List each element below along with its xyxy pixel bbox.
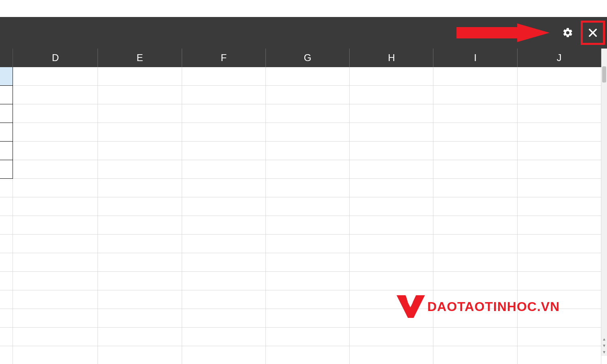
cell[interactable]	[13, 86, 98, 104]
cell[interactable]	[182, 123, 266, 142]
cell[interactable]	[13, 253, 98, 272]
settings-button[interactable]	[558, 23, 578, 43]
row-stub[interactable]	[0, 290, 13, 309]
cell[interactable]	[433, 346, 517, 364]
cell[interactable]	[266, 104, 350, 123]
scrollbar-thumb[interactable]	[602, 66, 606, 83]
vertical-scrollbar[interactable]: ▲ ▼ ▼	[601, 49, 607, 356]
cell[interactable]	[433, 142, 517, 160]
row-stub[interactable]	[0, 67, 13, 86]
cell[interactable]	[13, 235, 98, 253]
cell[interactable]	[98, 216, 182, 235]
cell[interactable]	[98, 160, 182, 179]
cell[interactable]	[98, 86, 182, 104]
cell[interactable]	[13, 272, 98, 290]
spreadsheet-grid[interactable]	[0, 67, 601, 364]
cell[interactable]	[266, 123, 350, 142]
cell[interactable]	[13, 290, 98, 309]
cell[interactable]	[433, 197, 517, 216]
cell[interactable]	[182, 290, 266, 309]
cell[interactable]	[518, 272, 601, 290]
cell[interactable]	[266, 67, 350, 86]
cell[interactable]	[182, 160, 266, 179]
cell[interactable]	[182, 197, 266, 216]
column-header[interactable]: F	[182, 49, 266, 67]
cell[interactable]	[98, 197, 182, 216]
cell[interactable]	[350, 216, 433, 235]
cell[interactable]	[182, 104, 266, 123]
row-stub[interactable]	[0, 179, 13, 197]
cell[interactable]	[350, 253, 433, 272]
row-stub[interactable]	[0, 253, 13, 272]
column-header[interactable]: J	[518, 49, 601, 67]
cell[interactable]	[98, 104, 182, 123]
column-header[interactable]: G	[266, 49, 350, 67]
cell[interactable]	[182, 86, 266, 104]
cell[interactable]	[350, 142, 433, 160]
cell[interactable]	[182, 142, 266, 160]
cell[interactable]	[13, 309, 98, 328]
row-stub[interactable]	[0, 123, 13, 142]
cell[interactable]	[266, 160, 350, 179]
column-header[interactable]: E	[98, 49, 182, 67]
cell[interactable]	[518, 235, 601, 253]
close-button[interactable]	[583, 23, 603, 43]
cell[interactable]	[266, 346, 350, 364]
cell[interactable]	[266, 86, 350, 104]
column-header[interactable]: H	[350, 49, 433, 67]
cell[interactable]	[98, 272, 182, 290]
cell[interactable]	[518, 86, 601, 104]
cell[interactable]	[182, 272, 266, 290]
row-stub[interactable]	[0, 160, 13, 179]
cell[interactable]	[98, 309, 182, 328]
cell[interactable]	[98, 67, 182, 86]
cell[interactable]	[266, 309, 350, 328]
cell[interactable]	[350, 346, 433, 364]
row-stub[interactable]	[0, 328, 13, 346]
row-stub[interactable]	[0, 104, 13, 123]
row-stub[interactable]	[0, 309, 13, 328]
cell[interactable]	[98, 253, 182, 272]
cell[interactable]	[182, 179, 266, 197]
row-stub[interactable]	[0, 216, 13, 235]
cell[interactable]	[266, 235, 350, 253]
cell[interactable]	[433, 67, 517, 86]
cell[interactable]	[98, 328, 182, 346]
cell[interactable]	[13, 142, 98, 160]
cell[interactable]	[518, 67, 601, 86]
cell[interactable]	[350, 235, 433, 253]
column-header[interactable]: I	[433, 49, 517, 67]
cell[interactable]	[182, 309, 266, 328]
row-stub[interactable]	[0, 86, 13, 104]
cell[interactable]	[13, 104, 98, 123]
cell[interactable]	[518, 346, 601, 364]
cell[interactable]	[518, 123, 601, 142]
cell[interactable]	[518, 328, 601, 346]
cell[interactable]	[433, 160, 517, 179]
cell[interactable]	[266, 290, 350, 309]
cell[interactable]	[433, 272, 517, 290]
cell[interactable]	[518, 160, 601, 179]
cell[interactable]	[433, 253, 517, 272]
cell[interactable]	[433, 104, 517, 123]
cell[interactable]	[518, 216, 601, 235]
cell[interactable]	[350, 328, 433, 346]
cell[interactable]	[13, 328, 98, 346]
cell[interactable]	[182, 328, 266, 346]
cell[interactable]	[13, 197, 98, 216]
column-header[interactable]: D	[13, 49, 98, 67]
scroll-down-icon[interactable]: ▼	[601, 342, 607, 349]
cell[interactable]	[350, 160, 433, 179]
column-header-stub[interactable]	[0, 49, 13, 67]
cell[interactable]	[433, 328, 517, 346]
cell[interactable]	[13, 123, 98, 142]
cell[interactable]	[13, 179, 98, 197]
cell[interactable]	[182, 235, 266, 253]
cell[interactable]	[13, 346, 98, 364]
row-stub[interactable]	[0, 235, 13, 253]
cell[interactable]	[266, 216, 350, 235]
cell[interactable]	[13, 160, 98, 179]
cell[interactable]	[266, 272, 350, 290]
cell[interactable]	[518, 197, 601, 216]
cell[interactable]	[98, 142, 182, 160]
